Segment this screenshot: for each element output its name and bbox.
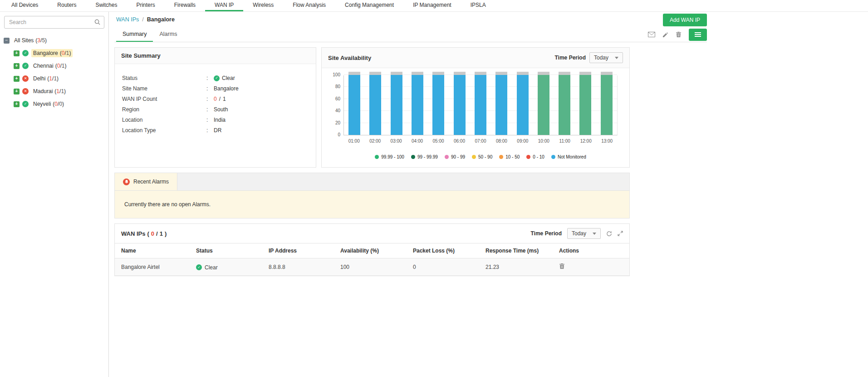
expand-plus-icon[interactable]: + [14,50,20,56]
chevron-down-icon [615,57,618,59]
nav-item-flow-analysis[interactable]: Flow Analysis [283,0,335,11]
wan-table-body: Bangalore Airtel✓Clear8.8.8.8100021.23 [115,258,629,276]
legend-dot [499,155,503,159]
time-period-control: Time Period Today [555,52,623,63]
delete-icon[interactable] [676,31,682,38]
tab-summary[interactable]: Summary [116,27,153,42]
check-circle-icon: ✓ [22,50,29,56]
summary-field-location-type: Location Type:DR [122,127,309,134]
availability-bar [348,75,360,135]
nav-item-firewalls[interactable]: Firewalls [165,0,205,11]
nav-item-routers[interactable]: Routers [48,0,86,11]
nav-item-all-devices[interactable]: All Devices [2,0,48,11]
breadcrumb-bar: WAN IPs / Bangalore Add WAN IP [114,12,707,27]
legend-dot [551,155,555,159]
field-label: WAN IP Count [122,96,206,102]
expand-plus-icon[interactable]: + [14,63,20,69]
mail-icon[interactable] [648,32,655,37]
menu-icon[interactable] [689,29,707,41]
bar-cap [517,72,529,75]
summary-field-site-name: Site Name:Bangalore [122,85,309,92]
site-summary-title: Site Summary [121,52,161,59]
breadcrumb-current: Bangalore [147,16,175,23]
nav-item-wan-ip[interactable]: WAN IP [205,0,243,11]
recent-alarms-label: Recent Alarms [133,179,169,185]
legend-item-0-10: 0 - 10 [526,154,544,159]
app-layout: − All Sites (3/5) +✓Bangalore(0/1)+✓Chen… [0,12,868,377]
cross-circle-icon: ✕ [22,88,29,94]
all-sites-count: (3/5) [35,37,47,44]
wan-count-num: 0 [151,230,154,237]
bar-cap [412,72,423,75]
field-colon: : [206,96,214,102]
chart-x-axis: 01:0002:0003:0004:0005:0006:0007:0008:00… [343,135,618,144]
bar-cap [454,72,466,75]
field-value: South [214,106,228,113]
sidebar-item-neyveli[interactable]: +✓Neyveli(0/0) [0,98,108,110]
panels-row: Site Summary Status:✓ClearSite Name:Bang… [114,47,630,168]
time-period-label: Time Period [531,230,562,237]
site-tree: +✓Bangalore(0/1)+✓Chennai(0/1)+✕Delhi(1/… [0,47,108,110]
availability-bar [454,75,466,135]
refresh-icon[interactable] [606,231,612,237]
site-summary-fields: Status:✓ClearSite Name:BangaloreWAN IP C… [115,64,316,149]
availability-chart: 020406080100 01:0002:0003:0004:0005:0006… [322,68,629,167]
expand-plus-icon[interactable]: + [14,89,20,94]
maximize-icon[interactable] [618,231,623,236]
delete-icon[interactable] [559,263,565,269]
site-availability-header: Site Availability Time Period Today [322,48,629,68]
edit-icon[interactable] [662,32,668,38]
search-icon[interactable] [94,19,100,25]
collapse-icon[interactable]: − [4,38,10,44]
x-axis-label: 04:00 [412,139,423,144]
sidebar-item-chennai[interactable]: +✓Chennai(0/1) [0,60,108,72]
sidebar: − All Sites (3/5) +✓Bangalore(0/1)+✓Chen… [0,12,109,377]
availability-bar [559,75,570,135]
nav-item-switches[interactable]: Switches [86,0,127,11]
bar-cap [348,72,360,75]
wan-ips-title: WAN IPs ( 0 / 1 ) [121,230,167,237]
summary-field-region: Region:South [122,106,309,113]
top-nav: All DevicesRoutersSwitchesPrintersFirewa… [0,0,868,12]
chart-bars [344,70,617,135]
sidebar-item-delhi[interactable]: +✕Delhi(1/1) [0,72,108,85]
nav-item-ip-management[interactable]: IP Management [403,0,461,11]
tab-actions [648,27,707,42]
availability-bar [432,75,444,135]
sidebar-item-all-sites[interactable]: − All Sites (3/5) [0,34,108,47]
search-input[interactable] [4,16,104,29]
tab-alarms[interactable]: Alarms [153,27,183,42]
add-wan-ip-button[interactable]: Add WAN IP [663,14,707,26]
site-count: (0/1) [60,50,71,56]
site-count: (1/1) [54,88,66,94]
nav-item-ipsla[interactable]: IPSLA [461,0,495,11]
bar-cap [391,72,402,75]
expand-plus-icon[interactable]: + [14,101,20,107]
site-count: (1/1) [47,75,59,82]
tab-bar: SummaryAlarms [114,27,707,42]
sidebar-item-bangalore[interactable]: +✓Bangalore(0/1) [0,47,108,60]
breadcrumb-wan-ips-link[interactable]: WAN IPs [116,16,139,23]
legend-item-10-50: 10 - 50 [499,154,520,159]
field-value: Bangalore [214,85,239,92]
bar-group-08-00 [495,72,507,135]
tab-recent-alarms[interactable]: Recent Alarms [115,173,177,190]
time-period-select[interactable]: Today [589,52,623,63]
expand-plus-icon[interactable]: + [14,76,20,82]
column-packet-loss: Packet Loss (%) [407,243,479,258]
wan-time-period-select[interactable]: Today [567,228,601,239]
field-value: DR [214,127,221,134]
cell-ip-address: 8.8.8.8 [262,258,334,276]
nav-item-printers[interactable]: Printers [127,0,164,11]
site-item-text: Neyveli(0/0) [31,100,66,108]
site-name: Madurai [33,88,53,94]
column-ip-address: IP Address [262,243,334,258]
nav-item-config-management[interactable]: Config Management [335,0,403,11]
table-row-bangalore-airtel: Bangalore Airtel✓Clear8.8.8.8100021.23 [115,258,629,276]
nav-item-wireless[interactable]: Wireless [243,0,283,11]
field-value: ✓Clear [214,75,235,81]
chevron-down-icon [593,233,596,235]
wan-count-close: ) [165,230,167,237]
sidebar-item-madurai[interactable]: +✕Madurai(1/1) [0,85,108,98]
site-name: Bangalore [33,50,58,56]
